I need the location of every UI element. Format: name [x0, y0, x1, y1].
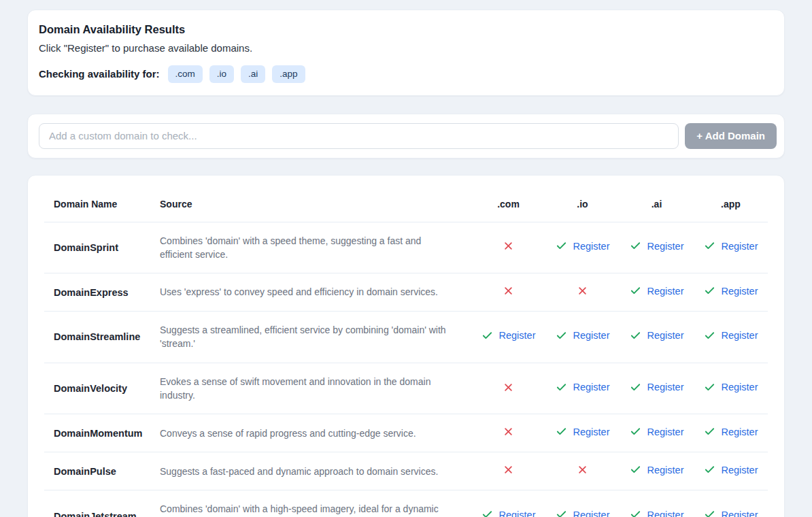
register-link[interactable]: Register: [704, 285, 758, 297]
register-link[interactable]: Register: [630, 509, 684, 517]
register-label: Register: [647, 382, 684, 393]
register-link[interactable]: Register: [704, 426, 758, 437]
register-link[interactable]: Register: [481, 509, 536, 517]
register-label: Register: [573, 382, 610, 393]
table-row: DomainSprintCombines 'domain' with a spe…: [44, 222, 768, 273]
status-available-cell: Register: [694, 452, 768, 490]
status-available-cell: Register: [620, 490, 694, 517]
status-available-cell: Register: [545, 222, 620, 273]
register-link[interactable]: Register: [704, 240, 758, 252]
domain-name: DomainSprint: [44, 222, 154, 273]
status-available-cell: Register: [545, 312, 620, 363]
register-label: Register: [722, 382, 758, 393]
column-header-io: .io: [545, 181, 620, 222]
custom-domain-input[interactable]: [39, 123, 679, 149]
x-icon: [503, 286, 513, 296]
register-label: Register: [722, 241, 758, 252]
tld-badge: .io: [209, 65, 234, 83]
results-header-card: Domain Availability Results Click "Regis…: [27, 10, 785, 96]
domain-name: DomainJetstream: [44, 490, 154, 517]
status-unavailable-cell: [471, 414, 545, 452]
table-row: DomainVelocityEvokes a sense of swift mo…: [44, 363, 768, 414]
check-icon: [481, 330, 493, 341]
table-row: DomainJetstreamCombines 'domain' with a …: [44, 490, 768, 517]
register-label: Register: [647, 241, 684, 252]
register-link[interactable]: Register: [704, 464, 758, 476]
register-link[interactable]: Register: [481, 330, 536, 341]
register-link[interactable]: Register: [556, 240, 610, 252]
check-icon: [630, 285, 641, 297]
check-icon: [481, 509, 493, 517]
status-available-cell: Register: [620, 312, 694, 363]
source-description: Conveys a sense of rapid progress and cu…: [154, 414, 471, 452]
source-description: Combines 'domain' with a speed theme, su…: [154, 222, 471, 273]
register-label: Register: [722, 286, 758, 297]
register-link[interactable]: Register: [556, 426, 610, 437]
status-available-cell: Register: [694, 222, 768, 273]
status-available-cell: Register: [694, 490, 768, 517]
check-icon: [704, 285, 715, 297]
add-domain-bar: + Add Domain: [27, 114, 785, 159]
x-icon: [503, 465, 513, 475]
register-link[interactable]: Register: [556, 330, 610, 341]
column-header-com: .com: [471, 181, 545, 222]
column-header-ai: .ai: [620, 181, 694, 222]
check-icon: [630, 464, 641, 476]
register-link[interactable]: Register: [704, 382, 758, 393]
x-icon: [577, 465, 588, 475]
register-link[interactable]: Register: [630, 464, 684, 476]
register-link[interactable]: Register: [704, 509, 758, 517]
status-unavailable-cell: [545, 273, 620, 312]
register-label: Register: [722, 427, 758, 437]
check-icon: [704, 330, 715, 341]
tld-badge: .com: [168, 65, 203, 83]
register-label: Register: [573, 241, 610, 252]
register-link[interactable]: Register: [630, 426, 684, 437]
check-icon: [704, 240, 715, 252]
register-link[interactable]: Register: [630, 240, 684, 252]
status-available-cell: Register: [694, 414, 768, 452]
source-description: Uses 'express' to convey speed and effic…: [154, 273, 471, 312]
register-link[interactable]: Register: [556, 509, 610, 517]
domain-name: DomainStreamline: [44, 312, 154, 363]
domain-name: DomainMomentum: [44, 414, 154, 452]
register-link[interactable]: Register: [630, 285, 684, 297]
status-available-cell: Register: [694, 273, 768, 312]
add-domain-button[interactable]: + Add Domain: [685, 123, 777, 149]
page-subtitle: Click "Register" to purchase available d…: [39, 42, 773, 54]
register-label: Register: [499, 510, 536, 517]
register-link[interactable]: Register: [556, 382, 610, 393]
check-icon: [704, 509, 715, 517]
table-row: DomainMomentumConveys a sense of rapid p…: [44, 414, 768, 452]
check-icon: [556, 426, 567, 437]
check-icon: [704, 464, 715, 476]
check-icon: [556, 330, 567, 341]
status-available-cell: Register: [545, 414, 620, 452]
domain-name: DomainPulse: [44, 452, 154, 490]
register-link[interactable]: Register: [704, 330, 758, 341]
check-icon: [556, 240, 567, 252]
register-link[interactable]: Register: [630, 330, 684, 341]
register-label: Register: [647, 427, 684, 437]
tld-badge-list: .com.io.ai.app: [168, 65, 305, 83]
status-unavailable-cell: [471, 363, 545, 414]
table-header-row: Domain NameSource.com.io.ai.app: [44, 181, 768, 222]
status-available-cell: Register: [471, 490, 545, 517]
register-label: Register: [647, 330, 684, 341]
register-label: Register: [573, 330, 610, 341]
status-unavailable-cell: [471, 273, 545, 312]
status-available-cell: Register: [620, 273, 694, 312]
check-icon: [630, 509, 641, 517]
status-available-cell: Register: [620, 452, 694, 490]
status-available-cell: Register: [694, 312, 768, 363]
tld-badge: .ai: [241, 65, 265, 83]
source-description: Suggests a streamlined, efficient servic…: [154, 312, 471, 363]
table-row: DomainPulseSuggests a fast-paced and dyn…: [44, 452, 768, 490]
domain-table-body: DomainSprintCombines 'domain' with a spe…: [44, 222, 768, 517]
x-icon: [503, 382, 513, 393]
register-label: Register: [573, 510, 610, 517]
register-link[interactable]: Register: [630, 382, 684, 393]
check-icon: [630, 426, 641, 437]
column-header-domain-name: Domain Name: [44, 181, 154, 222]
status-available-cell: Register: [694, 363, 768, 414]
